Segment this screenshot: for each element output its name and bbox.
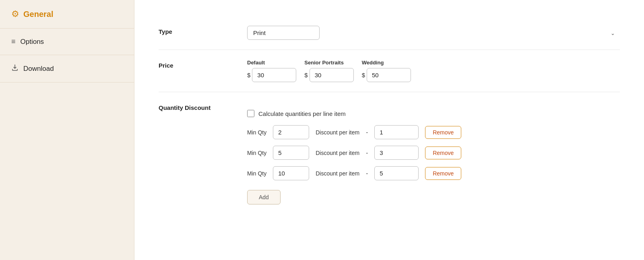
quantity-discount-label: Quantity Discount	[159, 102, 247, 111]
price-default-label: Default	[247, 60, 296, 66]
discount-dash-2: -	[366, 149, 368, 156]
discount-dash-3: -	[366, 170, 368, 177]
price-col-default: Default $	[247, 60, 296, 82]
list-icon: ≡	[11, 37, 16, 46]
type-select[interactable]: Print Digital Both	[247, 26, 320, 40]
qty-discount-row-3: Min Qty Discount per item - Remove	[247, 166, 620, 180]
remove-button-2[interactable]: Remove	[425, 147, 461, 159]
price-col-senior: Senior Portraits $	[304, 60, 353, 82]
min-qty-input-2[interactable]	[273, 146, 309, 160]
sidebar-item-download[interactable]: Download	[0, 55, 134, 83]
download-icon	[11, 64, 19, 73]
price-default-currency: $	[247, 72, 250, 78]
min-qty-label-3: Min Qty	[247, 170, 266, 177]
price-default-wrapper: $	[247, 68, 296, 82]
price-wedding-label: Wedding	[362, 60, 411, 66]
qty-discount-row-2: Min Qty Discount per item - Remove	[247, 146, 620, 160]
type-content: Print Digital Both ⌄	[247, 26, 620, 40]
remove-button-1[interactable]: Remove	[425, 126, 461, 139]
discount-input-1[interactable]	[374, 125, 419, 139]
min-qty-label-2: Min Qty	[247, 150, 266, 156]
price-senior-wrapper: $	[304, 68, 353, 82]
price-default-input[interactable]	[252, 68, 296, 82]
price-content: Default $ Senior Portraits $ Wedding	[247, 60, 620, 82]
min-qty-input-1[interactable]	[273, 125, 309, 139]
price-senior-input[interactable]	[310, 68, 354, 82]
discount-dash-1: -	[366, 129, 368, 136]
price-wedding-input[interactable]	[367, 68, 411, 82]
remove-button-3[interactable]: Remove	[425, 167, 461, 180]
discount-per-item-label-3: Discount per item	[316, 170, 359, 177]
type-select-wrapper[interactable]: Print Digital Both ⌄	[247, 26, 620, 40]
price-row: Price Default $ Senior Portraits $	[159, 50, 620, 92]
quantity-discount-row: Quantity Discount Calculate quantities p…	[159, 92, 620, 214]
gear-icon: ⚙	[11, 9, 19, 19]
qty-discount-row-1: Min Qty Discount per item - Remove	[247, 125, 620, 139]
discount-input-2[interactable]	[374, 146, 419, 160]
type-label: Type	[159, 26, 247, 35]
discount-per-item-label-2: Discount per item	[316, 150, 359, 156]
price-col-wedding: Wedding $	[362, 60, 411, 82]
price-label: Price	[159, 60, 247, 69]
discount-input-3[interactable]	[374, 166, 419, 180]
qty-discount-section: Min Qty Discount per item - Remove Min Q…	[247, 125, 620, 204]
sidebar-item-options-label: Options	[21, 38, 44, 46]
chevron-down-icon: ⌄	[611, 30, 615, 36]
calculate-checkbox-label: Calculate quantities per line item	[258, 110, 346, 117]
main-content: Type Print Digital Both ⌄ Price Default …	[134, 0, 644, 260]
min-qty-input-3[interactable]	[273, 166, 309, 180]
sidebar-title: General	[23, 10, 53, 19]
sidebar: ⚙ General ≡ Options Download	[0, 0, 134, 260]
sidebar-item-options[interactable]: ≡ Options	[0, 29, 134, 55]
price-columns: Default $ Senior Portraits $ Wedding	[247, 60, 620, 82]
calculate-checkbox[interactable]	[247, 110, 254, 117]
price-senior-label: Senior Portraits	[304, 60, 353, 66]
sidebar-header: ⚙ General	[0, 0, 134, 29]
quantity-discount-content: Calculate quantities per line item Min Q…	[247, 102, 620, 204]
min-qty-label-1: Min Qty	[247, 129, 266, 136]
price-wedding-currency: $	[362, 72, 365, 78]
sidebar-item-download-label: Download	[23, 65, 54, 73]
calculate-checkbox-row: Calculate quantities per line item	[247, 102, 620, 119]
price-senior-currency: $	[304, 72, 308, 78]
discount-per-item-label-1: Discount per item	[316, 129, 359, 136]
price-wedding-wrapper: $	[362, 68, 411, 82]
type-row: Type Print Digital Both ⌄	[159, 16, 620, 50]
add-button[interactable]: Add	[247, 190, 281, 204]
